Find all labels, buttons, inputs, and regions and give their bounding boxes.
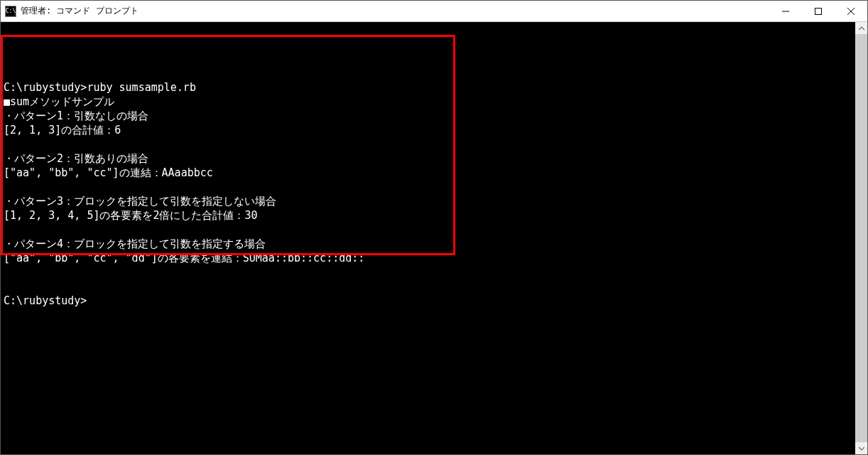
terminal-line: ["aa", "bb", "cc"]の連結：AAaabbcc bbox=[4, 166, 852, 180]
svg-rect-1 bbox=[815, 8, 822, 14]
app-icon: C:\ bbox=[5, 6, 16, 17]
scroll-thumb[interactable] bbox=[855, 34, 867, 442]
terminal-content[interactable]: C:\rubystudy>ruby sumsample.rb■sumメソッドサン… bbox=[1, 22, 855, 454]
terminal-line: ["aa", "bb", "cc", "dd"]の各要素を連結：SUMaa::b… bbox=[4, 251, 852, 265]
terminal-line bbox=[4, 180, 852, 194]
maximize-icon bbox=[815, 8, 822, 15]
scroll-down-button[interactable] bbox=[855, 442, 867, 454]
window-title: 管理者: コマンド プロンプト bbox=[21, 5, 769, 17]
app-icon-glyph: C:\ bbox=[6, 8, 16, 14]
terminal-line: [1, 2, 3, 4, 5]の各要素を2倍にした合計値：30 bbox=[4, 208, 852, 223]
terminal-line: [2, 1, 3]の合計値：6 bbox=[4, 123, 852, 137]
terminal-line: ・パターン4：ブロックを指定して引数を指定する場合 bbox=[4, 237, 852, 251]
terminal-area: C:\rubystudy>ruby sumsample.rb■sumメソッドサン… bbox=[1, 22, 867, 454]
window-frame: C:\ 管理者: コマンド プロンプト C:\rubystudy>ruby su… bbox=[0, 0, 868, 455]
close-button[interactable] bbox=[835, 1, 867, 21]
terminal-line bbox=[4, 279, 852, 294]
terminal-line: ・パターン1：引数なしの場合 bbox=[4, 109, 852, 123]
vertical-scrollbar[interactable] bbox=[855, 22, 867, 454]
terminal-line: C:\rubystudy> bbox=[4, 294, 852, 308]
terminal-line bbox=[4, 223, 852, 237]
maximize-button[interactable] bbox=[802, 1, 835, 21]
terminal-line bbox=[4, 265, 852, 279]
chevron-down-icon bbox=[859, 446, 864, 451]
terminal-line bbox=[4, 137, 852, 151]
close-icon bbox=[847, 8, 855, 15]
scroll-track[interactable] bbox=[855, 34, 867, 442]
scroll-up-button[interactable] bbox=[855, 22, 867, 34]
terminal-line: C:\rubystudy>ruby sumsample.rb bbox=[4, 80, 852, 95]
minimize-button[interactable] bbox=[769, 1, 802, 21]
chevron-up-icon bbox=[859, 26, 864, 31]
window-controls bbox=[769, 1, 867, 21]
terminal-line bbox=[4, 66, 852, 80]
terminal-line: ・パターン3：ブロックを指定して引数を指定しない場合 bbox=[4, 194, 852, 208]
titlebar[interactable]: C:\ 管理者: コマンド プロンプト bbox=[1, 1, 867, 22]
terminal-line: ■sumメソッドサンプル bbox=[4, 95, 852, 109]
minimize-icon bbox=[782, 8, 789, 15]
terminal-line: ・パターン2：引数ありの場合 bbox=[4, 151, 852, 166]
